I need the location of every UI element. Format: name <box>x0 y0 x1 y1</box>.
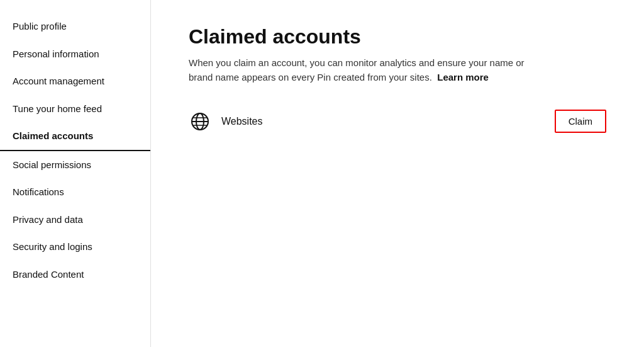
sidebar: Public profile Personal information Acco… <box>0 0 151 347</box>
sidebar-item-account-management[interactable]: Account management <box>0 67 150 95</box>
sidebar-item-branded-content[interactable]: Branded Content <box>0 261 150 288</box>
sidebar-item-personal-information[interactable]: Personal information <box>0 40 150 68</box>
sidebar-item-public-profile[interactable]: Public profile <box>0 13 150 40</box>
sidebar-item-security-and-logins[interactable]: Security and logins <box>0 233 150 261</box>
sidebar-item-claimed-accounts[interactable]: Claimed accounts <box>0 122 150 151</box>
sidebar-item-social-permissions[interactable]: Social permissions <box>0 151 150 179</box>
learn-more-link[interactable]: Learn more <box>437 72 489 82</box>
page-description: When you claim an account, you can monit… <box>189 56 541 84</box>
websites-label: Websites <box>221 116 545 127</box>
claim-button[interactable]: Claim <box>555 110 606 133</box>
page-title: Claimed accounts <box>189 25 606 48</box>
main-content: Claimed accounts When you claim an accou… <box>151 0 644 347</box>
sidebar-item-tune-home-feed[interactable]: Tune your home feed <box>0 95 150 123</box>
websites-row: Websites Claim <box>189 110 606 133</box>
sidebar-item-notifications[interactable]: Notifications <box>0 178 150 206</box>
sidebar-item-privacy-and-data[interactable]: Privacy and data <box>0 206 150 234</box>
globe-icon <box>189 110 211 133</box>
